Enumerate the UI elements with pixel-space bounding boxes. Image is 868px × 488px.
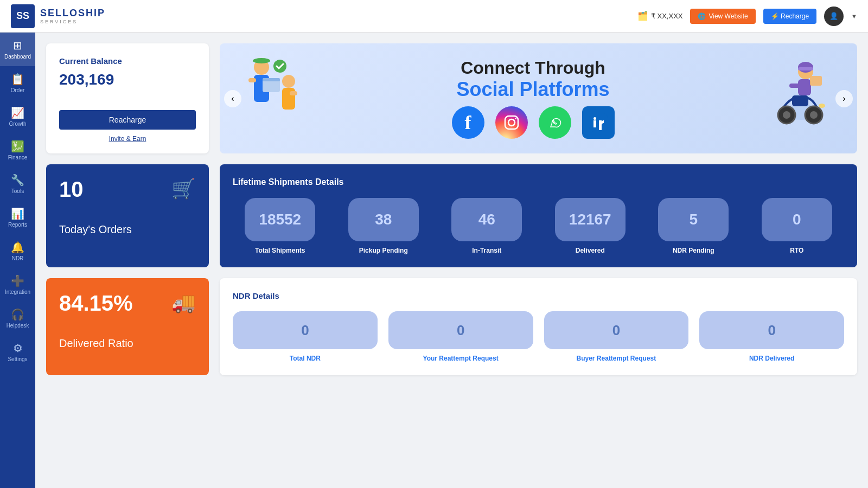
sidebar-label-dashboard: Dashboard [4,54,31,60]
ndr-pending-value: 5 [658,198,729,241]
recharge-button[interactable]: ⚡ Recharge [763,9,816,24]
sidebar-label-tools: Tools [11,188,24,194]
ndr-delivered-label: NDR Delivered [749,355,794,362]
shipments-title: Lifetime Shipments Details [233,177,844,187]
user-avatar[interactable]: 👤 [824,7,844,26]
ndr-stat-buyer-reattempt: 0 Buyer Reattempt Request [544,311,689,362]
logo-sub: SERVICES [40,19,105,24]
stat-rto: 0 RTO [762,198,832,254]
svg-rect-15 [589,113,608,132]
sidebar-item-dashboard[interactable]: ⊞ Dashboard [0,33,35,66]
sidebar-item-integration[interactable]: ➕ Integration [0,268,35,301]
total-ndr-value: 0 [233,311,378,349]
stat-in-transit: 46 In-Transit [451,198,522,254]
ratio-card: 84.15% 🚚 Delivered Ratio [46,278,209,375]
settings-icon: ⚙ [13,342,23,355]
view-website-button[interactable]: 🌐 View Website [690,9,755,24]
wallet-amount: ₹ XX,XXX [651,12,683,20]
svg-rect-8 [290,91,297,95]
balance-label: Current Balance [59,56,196,66]
svg-point-29 [810,111,818,119]
sidebar-label-order: Order [11,87,25,93]
svg-rect-4 [263,78,280,81]
orders-number: 10 [59,177,84,201]
total-shipments-value: 18552 [245,198,315,241]
sidebar-item-reports[interactable]: 📊 Reports [0,201,35,234]
your-reattempt-label: Your Reattempt Request [423,355,499,362]
stat-delivered: 12167 Delivered [555,198,626,254]
whatsapp-icon[interactable] [539,106,571,139]
sidebar-item-order[interactable]: 📋 Order [0,66,35,100]
svg-point-12 [508,119,515,126]
delivered-label: Delivered [576,247,605,254]
tools-icon: 🔧 [11,174,24,187]
ndr-icon: 🔔 [11,241,24,254]
svg-rect-2 [248,78,256,82]
shipments-card: Lifetime Shipments Details 18552 Total S… [220,164,857,267]
in-transit-label: In-Transit [472,247,501,254]
helpdesk-icon: 🎧 [11,308,24,321]
bottom-row: 84.15% 🚚 Delivered Ratio NDR Details 0 T… [46,278,857,375]
linkedin-icon[interactable] [582,106,615,139]
balance-value: 203,169 [59,71,196,88]
ndr-card: NDR Details 0 Total NDR 0 Your Reattempt… [220,278,857,375]
ratio-number: 84.15% [59,291,133,315]
sidebar-item-finance[interactable]: 💹 Finance [0,133,35,167]
svg-rect-22 [789,84,800,88]
sidebar-item-ndr[interactable]: 🔔 NDR [0,234,35,268]
svg-rect-23 [810,76,822,86]
recharge-main-button[interactable]: Reacharge [59,110,196,130]
total-shipments-label: Total Shipments [255,247,305,254]
buyer-reattempt-value: 0 [544,311,689,349]
sidebar-label-helpdesk: Helpdesk [7,323,29,329]
middle-row: 10 🛒 Today's Orders Lifetime Shipments D… [46,164,857,267]
ndr-title: NDR Details [233,291,844,300]
sidebar-item-settings[interactable]: ⚙ Settings [0,335,35,369]
sidebar-label-growth: Growth [9,121,26,127]
your-reattempt-value: 0 [388,311,533,349]
delivery-handover-illustration [244,55,304,142]
growth-icon: 📈 [11,106,24,119]
top-row: Current Balance 203,169 Reacharge Invite… [46,43,857,153]
sidebar-item-growth[interactable]: 📈 Growth [0,100,35,133]
stat-pickup-pending: 38 Pickup Pending [348,198,419,254]
instagram-icon[interactable] [495,106,528,139]
banner-social-icons: f [307,106,760,139]
sidebar-item-helpdesk[interactable]: 🎧 Helpdesk [0,301,35,335]
stat-ndr-pending: 5 NDR Pending [658,198,729,254]
svg-point-27 [783,111,790,119]
chevron-down-icon[interactable]: ▼ [851,13,857,20]
banner-right-illustration [760,55,835,142]
svg-point-13 [515,118,516,119]
logo-area: SS SELLOSHIP SERVICES [11,4,105,28]
topbar: SS SELLOSHIP SERVICES 🗂️ ₹ XX,XXX 🌐 View… [0,0,868,33]
facebook-icon[interactable]: f [452,106,484,139]
logo-name: SELLOSHIP [40,8,105,19]
svg-rect-10 [256,59,267,63]
svg-rect-25 [792,95,808,106]
rto-label: RTO [790,247,803,254]
banner-prev-button[interactable]: ‹ [224,90,241,107]
balance-card: Current Balance 203,169 Reacharge Invite… [46,43,209,153]
banner-next-button[interactable]: › [835,90,853,107]
banner-content: Connect Through Social Platforms f [307,58,760,139]
banner-card: ‹ [220,43,857,153]
wallet-icon: 🗂️ [637,11,648,21]
ndr-stat-total: 0 Total NDR [233,311,378,362]
banner-subtitle: Social Platforms [307,78,760,101]
reports-icon: 📊 [11,207,24,220]
svg-point-17 [593,117,596,120]
truck-icon: 🚚 [171,291,196,314]
home-icon: ⊞ [13,39,22,52]
main-content: Current Balance 203,169 Reacharge Invite… [35,33,868,488]
buyer-reattempt-label: Buyer Reattempt Request [577,355,656,362]
ndr-grid: 0 Total NDR 0 Your Reattempt Request 0 B… [233,311,844,362]
sidebar-label-ndr: NDR [12,255,24,261]
invite-earn-link[interactable]: Invite & Earn [59,135,196,143]
shipments-grid: 18552 Total Shipments 38 Pickup Pending … [233,198,844,254]
svg-rect-20 [798,67,813,70]
svg-rect-16 [593,120,596,127]
sidebar-item-tools[interactable]: 🔧 Tools [0,167,35,201]
ratio-label: Delivered Ratio [59,337,196,350]
svg-rect-21 [798,79,811,95]
